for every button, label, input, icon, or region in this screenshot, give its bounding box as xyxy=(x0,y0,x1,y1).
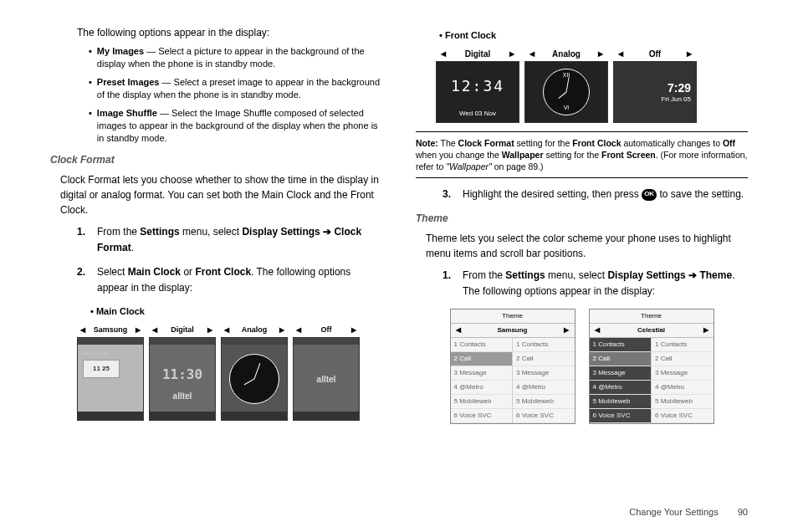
page-number: 90 xyxy=(738,507,748,517)
chevron-right-icon: ▶ xyxy=(564,325,569,335)
clock-step-2: 2. Select Main Clock or Front Clock. The… xyxy=(77,264,382,296)
chevron-right-icon: ▶ xyxy=(687,49,692,59)
footer-section: Change Your Settings xyxy=(629,507,718,517)
chevron-right-icon: ▶ xyxy=(598,49,603,59)
chevron-left-icon: ◀ xyxy=(456,325,461,335)
divider xyxy=(416,177,748,178)
chevron-left-icon: ◀ xyxy=(441,49,446,59)
ok-key-icon: OK xyxy=(642,189,657,201)
clock-step-1: 1. From the Settings menu, select Displa… xyxy=(77,224,382,256)
page-footer: Change Your Settings 90 xyxy=(629,507,748,517)
clock-format-body: Clock Format lets you choose whether to … xyxy=(60,172,382,217)
clock-format-heading: Clock Format xyxy=(50,152,382,167)
theme-step-1: 1. From the Settings menu, select Displa… xyxy=(442,268,748,299)
theme-samsung-preview: Theme ◀Samsung▶ 1 Contacts 2 Call 3 Mess… xyxy=(450,309,575,424)
right-column: • Front Clock ◀Digital▶ 12:34 Wed 03 Nov… xyxy=(416,25,748,494)
chevron-right-icon: ▶ xyxy=(351,325,356,335)
chevron-left-icon: ◀ xyxy=(296,325,301,335)
main-clock-previews: ◀Samsung▶ Sun Jun 14 11 25 ◀Digital▶ 11:… xyxy=(77,324,382,421)
theme-celestial-preview: Theme ◀Celestial▶ 1 Contacts 2 Call 3 Me… xyxy=(589,309,714,424)
clock-step-3: 3. Highlight the desired setting, then p… xyxy=(442,187,748,202)
main-clock-label: • Main Clock xyxy=(90,304,382,319)
clock-format-note: Note: The Clock Format setting for the F… xyxy=(416,137,748,173)
chevron-left-icon: ◀ xyxy=(152,325,157,335)
front-clock-label: • Front Clock xyxy=(439,28,748,43)
front-clock-digital: ◀Digital▶ 12:34 Wed 03 Nov xyxy=(436,48,519,123)
main-clock-samsung: ◀Samsung▶ Sun Jun 14 11 25 xyxy=(77,324,144,421)
theme-body: Theme lets you select the color scheme y… xyxy=(426,231,748,261)
front-clock-analog: ◀Analog▶ XII VI xyxy=(524,48,608,123)
bullet-preset-images: • Preset Images — Select a preset image … xyxy=(89,76,382,102)
left-column: The following options appear in the disp… xyxy=(50,25,382,494)
chevron-left-icon: ◀ xyxy=(224,325,229,335)
wallpaper-options-list: • My Images — Select a picture to appear… xyxy=(89,45,382,146)
chevron-right-icon: ▶ xyxy=(509,49,514,59)
main-clock-digital: ◀Digital▶ 11:30 alltel xyxy=(149,324,216,421)
chevron-left-icon: ◀ xyxy=(80,325,85,335)
chevron-left-icon: ◀ xyxy=(595,325,600,335)
divider xyxy=(416,131,748,132)
bullet-my-images: • My Images — Select a picture to appear… xyxy=(89,45,382,71)
chevron-left-icon: ◀ xyxy=(529,49,535,59)
chevron-right-icon: ▶ xyxy=(703,325,708,335)
intro-text: The following options appear in the disp… xyxy=(77,25,382,40)
chevron-right-icon: ▶ xyxy=(279,325,284,335)
front-clock-previews: ◀Digital▶ 12:34 Wed 03 Nov ◀Analog▶ XII … xyxy=(436,48,748,123)
main-clock-off: ◀Off▶ alltel xyxy=(293,324,360,421)
chevron-right-icon: ▶ xyxy=(207,325,212,335)
chevron-right-icon: ▶ xyxy=(136,325,141,335)
theme-heading: Theme xyxy=(416,211,748,226)
main-clock-analog: ◀Analog▶ xyxy=(221,324,288,421)
bullet-image-shuffle: • Image Shuffle — Select the Image Shuff… xyxy=(89,107,382,146)
chevron-left-icon: ◀ xyxy=(618,49,623,59)
front-clock-off: ◀Off▶ 7:29 Fri Jun 05 xyxy=(613,48,697,123)
theme-previews: Theme ◀Samsung▶ 1 Contacts 2 Call 3 Mess… xyxy=(416,309,748,424)
